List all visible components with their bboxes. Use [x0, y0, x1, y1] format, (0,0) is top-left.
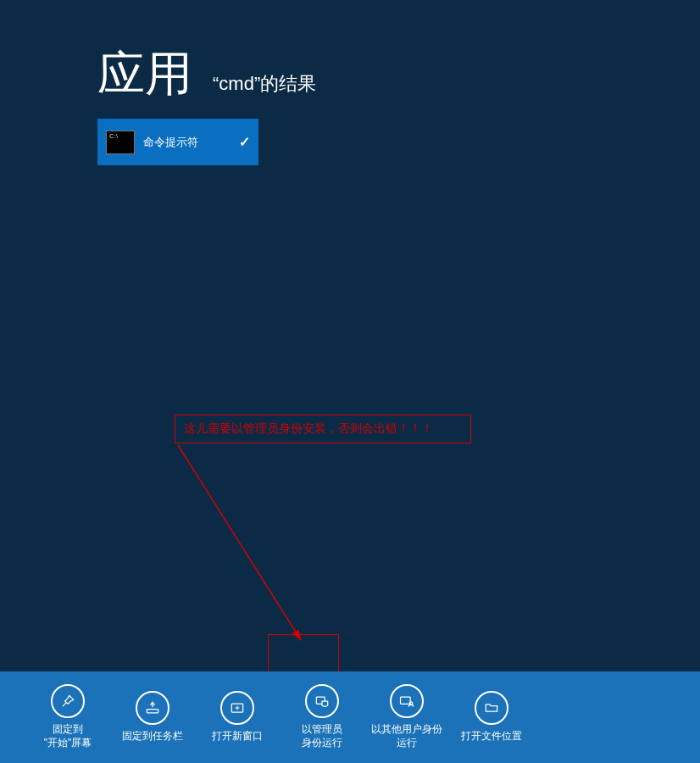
svg-rect-4: [401, 697, 411, 704]
result-tile-cmd[interactable]: C:\ 命令提示符 ✓: [97, 119, 258, 165]
page-title: 应用: [97, 42, 192, 107]
page-header: 应用 “cmd”的结果: [97, 42, 316, 107]
action-new-window[interactable]: 打开新窗口: [195, 671, 280, 763]
folder-icon: [475, 691, 508, 725]
action-run-admin[interactable]: 以管理员 身份运行: [280, 671, 364, 763]
action-label: 固定到任务栏: [122, 730, 183, 744]
action-label: 打开新窗口: [212, 730, 263, 744]
cmd-icon-text: C:\: [109, 133, 118, 140]
app-bar: 固定到 "开始"屏幕 固定到任务栏 打开新窗口 以管理员 身份运行 以其他用户身…: [0, 671, 700, 763]
cmd-icon: C:\: [106, 131, 135, 154]
action-label: 打开文件位置: [461, 730, 522, 744]
action-run-other-user[interactable]: 以其他用户身份 运行: [364, 671, 449, 763]
action-label: 以其他用户身份 运行: [371, 723, 442, 749]
result-label: 命令提示符: [143, 135, 231, 150]
svg-rect-1: [147, 710, 158, 713]
action-open-location[interactable]: 打开文件位置: [449, 671, 534, 763]
annotation-text: 这儿需要以管理员身份安装，否则会出错！！！: [184, 421, 433, 437]
pin-icon: [51, 684, 85, 718]
action-label: 以管理员 身份运行: [302, 723, 342, 749]
admin-shield-icon: [305, 684, 339, 718]
page-subtitle: “cmd”的结果: [213, 71, 316, 97]
svg-line-0: [178, 445, 301, 640]
new-window-icon: [220, 691, 254, 725]
taskbar-pin-icon: [136, 691, 169, 725]
action-pin-start[interactable]: 固定到 "开始"屏幕: [25, 671, 110, 763]
action-pin-taskbar[interactable]: 固定到任务栏: [110, 671, 195, 763]
annotation-arrow: [0, 0, 700, 763]
check-icon: ✓: [239, 134, 250, 150]
other-user-icon: [390, 684, 424, 718]
action-label: 固定到 "开始"屏幕: [44, 723, 92, 749]
annotation-box: 这儿需要以管理员身份安装，否则会出错！！！: [175, 415, 471, 443]
